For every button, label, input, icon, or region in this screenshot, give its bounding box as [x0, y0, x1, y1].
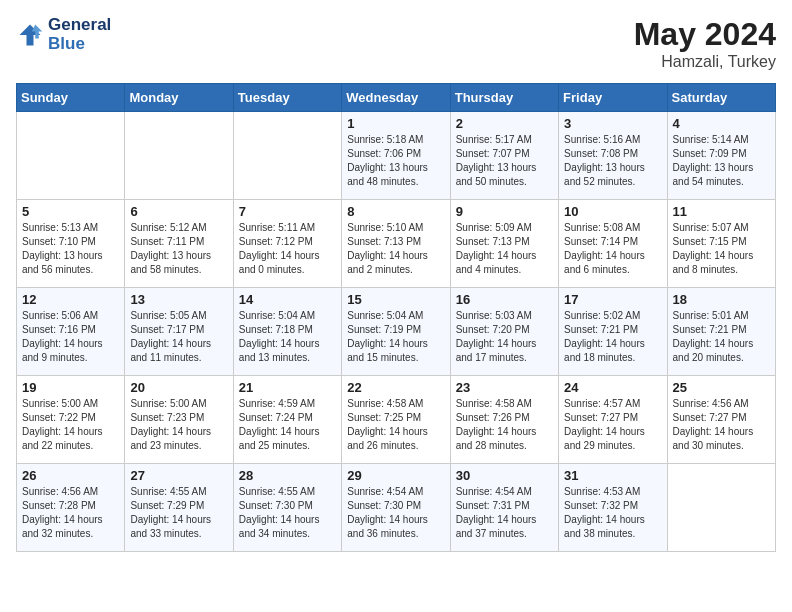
day-number: 15: [347, 292, 444, 307]
day-number: 11: [673, 204, 770, 219]
day-number: 28: [239, 468, 336, 483]
calendar-cell: 27Sunrise: 4:55 AMSunset: 7:29 PMDayligh…: [125, 464, 233, 552]
calendar-cell: [125, 112, 233, 200]
cell-info: Sunrise: 5:11 AMSunset: 7:12 PMDaylight:…: [239, 221, 336, 277]
day-number: 2: [456, 116, 553, 131]
calendar-cell: 1Sunrise: 5:18 AMSunset: 7:06 PMDaylight…: [342, 112, 450, 200]
calendar-cell: 8Sunrise: 5:10 AMSunset: 7:13 PMDaylight…: [342, 200, 450, 288]
day-number: 20: [130, 380, 227, 395]
calendar-cell: [17, 112, 125, 200]
page-header: General Blue May 2024 Hamzali, Turkey: [16, 16, 776, 71]
day-header-friday: Friday: [559, 84, 667, 112]
logo-icon: [16, 21, 44, 49]
calendar-cell: 9Sunrise: 5:09 AMSunset: 7:13 PMDaylight…: [450, 200, 558, 288]
day-number: 1: [347, 116, 444, 131]
cell-info: Sunrise: 4:56 AMSunset: 7:28 PMDaylight:…: [22, 485, 119, 541]
calendar-cell: 7Sunrise: 5:11 AMSunset: 7:12 PMDaylight…: [233, 200, 341, 288]
cell-info: Sunrise: 5:08 AMSunset: 7:14 PMDaylight:…: [564, 221, 661, 277]
day-header-thursday: Thursday: [450, 84, 558, 112]
cell-info: Sunrise: 5:10 AMSunset: 7:13 PMDaylight:…: [347, 221, 444, 277]
cell-info: Sunrise: 5:16 AMSunset: 7:08 PMDaylight:…: [564, 133, 661, 189]
day-header-saturday: Saturday: [667, 84, 775, 112]
calendar-cell: 12Sunrise: 5:06 AMSunset: 7:16 PMDayligh…: [17, 288, 125, 376]
cell-info: Sunrise: 4:58 AMSunset: 7:26 PMDaylight:…: [456, 397, 553, 453]
calendar-cell: 10Sunrise: 5:08 AMSunset: 7:14 PMDayligh…: [559, 200, 667, 288]
day-number: 30: [456, 468, 553, 483]
cell-info: Sunrise: 4:53 AMSunset: 7:32 PMDaylight:…: [564, 485, 661, 541]
cell-info: Sunrise: 5:18 AMSunset: 7:06 PMDaylight:…: [347, 133, 444, 189]
day-header-monday: Monday: [125, 84, 233, 112]
day-number: 26: [22, 468, 119, 483]
cell-info: Sunrise: 4:55 AMSunset: 7:29 PMDaylight:…: [130, 485, 227, 541]
calendar-cell: 18Sunrise: 5:01 AMSunset: 7:21 PMDayligh…: [667, 288, 775, 376]
logo: General Blue: [16, 16, 111, 53]
calendar-cell: 25Sunrise: 4:56 AMSunset: 7:27 PMDayligh…: [667, 376, 775, 464]
calendar-cell: 5Sunrise: 5:13 AMSunset: 7:10 PMDaylight…: [17, 200, 125, 288]
calendar-cell: [667, 464, 775, 552]
cell-info: Sunrise: 4:55 AMSunset: 7:30 PMDaylight:…: [239, 485, 336, 541]
day-number: 17: [564, 292, 661, 307]
calendar-cell: [233, 112, 341, 200]
month-title: May 2024: [634, 16, 776, 53]
calendar-cell: 24Sunrise: 4:57 AMSunset: 7:27 PMDayligh…: [559, 376, 667, 464]
calendar-body: 1Sunrise: 5:18 AMSunset: 7:06 PMDaylight…: [17, 112, 776, 552]
calendar-cell: 28Sunrise: 4:55 AMSunset: 7:30 PMDayligh…: [233, 464, 341, 552]
week-row-3: 12Sunrise: 5:06 AMSunset: 7:16 PMDayligh…: [17, 288, 776, 376]
cell-info: Sunrise: 5:05 AMSunset: 7:17 PMDaylight:…: [130, 309, 227, 365]
day-number: 23: [456, 380, 553, 395]
cell-info: Sunrise: 5:00 AMSunset: 7:23 PMDaylight:…: [130, 397, 227, 453]
calendar-cell: 23Sunrise: 4:58 AMSunset: 7:26 PMDayligh…: [450, 376, 558, 464]
cell-info: Sunrise: 5:04 AMSunset: 7:19 PMDaylight:…: [347, 309, 444, 365]
week-row-1: 1Sunrise: 5:18 AMSunset: 7:06 PMDaylight…: [17, 112, 776, 200]
cell-info: Sunrise: 4:58 AMSunset: 7:25 PMDaylight:…: [347, 397, 444, 453]
day-number: 16: [456, 292, 553, 307]
calendar-cell: 31Sunrise: 4:53 AMSunset: 7:32 PMDayligh…: [559, 464, 667, 552]
cell-info: Sunrise: 4:59 AMSunset: 7:24 PMDaylight:…: [239, 397, 336, 453]
day-number: 8: [347, 204, 444, 219]
day-header-tuesday: Tuesday: [233, 84, 341, 112]
calendar-cell: 26Sunrise: 4:56 AMSunset: 7:28 PMDayligh…: [17, 464, 125, 552]
calendar-cell: 15Sunrise: 5:04 AMSunset: 7:19 PMDayligh…: [342, 288, 450, 376]
cell-info: Sunrise: 5:06 AMSunset: 7:16 PMDaylight:…: [22, 309, 119, 365]
cell-info: Sunrise: 4:54 AMSunset: 7:30 PMDaylight:…: [347, 485, 444, 541]
calendar-cell: 22Sunrise: 4:58 AMSunset: 7:25 PMDayligh…: [342, 376, 450, 464]
calendar-cell: 11Sunrise: 5:07 AMSunset: 7:15 PMDayligh…: [667, 200, 775, 288]
day-number: 12: [22, 292, 119, 307]
cell-info: Sunrise: 5:04 AMSunset: 7:18 PMDaylight:…: [239, 309, 336, 365]
week-row-2: 5Sunrise: 5:13 AMSunset: 7:10 PMDaylight…: [17, 200, 776, 288]
calendar-cell: 3Sunrise: 5:16 AMSunset: 7:08 PMDaylight…: [559, 112, 667, 200]
day-number: 22: [347, 380, 444, 395]
calendar-cell: 2Sunrise: 5:17 AMSunset: 7:07 PMDaylight…: [450, 112, 558, 200]
cell-info: Sunrise: 5:02 AMSunset: 7:21 PMDaylight:…: [564, 309, 661, 365]
day-number: 5: [22, 204, 119, 219]
day-number: 10: [564, 204, 661, 219]
cell-info: Sunrise: 5:00 AMSunset: 7:22 PMDaylight:…: [22, 397, 119, 453]
header-row: SundayMondayTuesdayWednesdayThursdayFrid…: [17, 84, 776, 112]
cell-info: Sunrise: 5:09 AMSunset: 7:13 PMDaylight:…: [456, 221, 553, 277]
logo-text: General Blue: [48, 16, 111, 53]
cell-info: Sunrise: 4:57 AMSunset: 7:27 PMDaylight:…: [564, 397, 661, 453]
week-row-4: 19Sunrise: 5:00 AMSunset: 7:22 PMDayligh…: [17, 376, 776, 464]
calendar-cell: 4Sunrise: 5:14 AMSunset: 7:09 PMDaylight…: [667, 112, 775, 200]
cell-info: Sunrise: 5:17 AMSunset: 7:07 PMDaylight:…: [456, 133, 553, 189]
day-number: 29: [347, 468, 444, 483]
calendar-cell: 19Sunrise: 5:00 AMSunset: 7:22 PMDayligh…: [17, 376, 125, 464]
cell-info: Sunrise: 5:03 AMSunset: 7:20 PMDaylight:…: [456, 309, 553, 365]
cell-info: Sunrise: 5:14 AMSunset: 7:09 PMDaylight:…: [673, 133, 770, 189]
day-number: 24: [564, 380, 661, 395]
calendar-cell: 20Sunrise: 5:00 AMSunset: 7:23 PMDayligh…: [125, 376, 233, 464]
day-number: 18: [673, 292, 770, 307]
cell-info: Sunrise: 5:13 AMSunset: 7:10 PMDaylight:…: [22, 221, 119, 277]
day-number: 9: [456, 204, 553, 219]
calendar-cell: 13Sunrise: 5:05 AMSunset: 7:17 PMDayligh…: [125, 288, 233, 376]
cell-info: Sunrise: 4:54 AMSunset: 7:31 PMDaylight:…: [456, 485, 553, 541]
calendar-cell: 30Sunrise: 4:54 AMSunset: 7:31 PMDayligh…: [450, 464, 558, 552]
calendar-cell: 21Sunrise: 4:59 AMSunset: 7:24 PMDayligh…: [233, 376, 341, 464]
day-number: 3: [564, 116, 661, 131]
calendar-header: SundayMondayTuesdayWednesdayThursdayFrid…: [17, 84, 776, 112]
cell-info: Sunrise: 5:07 AMSunset: 7:15 PMDaylight:…: [673, 221, 770, 277]
calendar-cell: 14Sunrise: 5:04 AMSunset: 7:18 PMDayligh…: [233, 288, 341, 376]
cell-info: Sunrise: 4:56 AMSunset: 7:27 PMDaylight:…: [673, 397, 770, 453]
calendar-table: SundayMondayTuesdayWednesdayThursdayFrid…: [16, 83, 776, 552]
cell-info: Sunrise: 5:12 AMSunset: 7:11 PMDaylight:…: [130, 221, 227, 277]
